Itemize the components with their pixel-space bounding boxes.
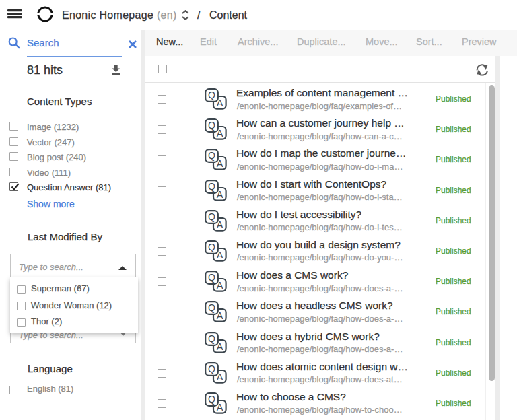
svg-text:Q: Q (208, 120, 215, 131)
svg-text:Q: Q (208, 211, 215, 222)
svg-text:Q: Q (208, 394, 215, 405)
svg-text:Q: Q (208, 302, 215, 313)
svg-text:Q: Q (208, 90, 215, 100)
svg-text:Q: Q (208, 150, 215, 161)
svg-text:Q: Q (208, 333, 215, 344)
svg-text:Q: Q (208, 181, 215, 192)
svg-text:Q: Q (208, 272, 215, 283)
svg-text:Q: Q (208, 363, 215, 374)
svg-text:Q: Q (208, 242, 215, 252)
